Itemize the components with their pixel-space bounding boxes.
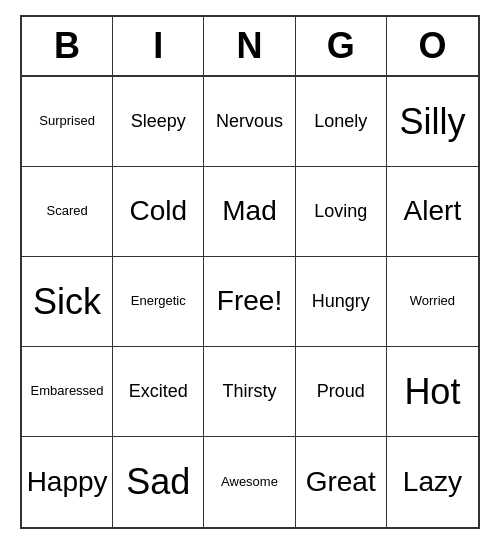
cell-text: Scared	[46, 204, 87, 218]
cell-text: Lonely	[314, 112, 367, 132]
cell-text: Sleepy	[131, 112, 186, 132]
cell-text: Energetic	[131, 294, 186, 308]
bingo-card: BINGO SurprisedSleepyNervousLonelySillyS…	[20, 15, 480, 529]
bingo-cell[interactable]: Thirsty	[204, 347, 295, 437]
bingo-cell[interactable]: Lazy	[387, 437, 478, 527]
bingo-cell[interactable]: Nervous	[204, 77, 295, 167]
cell-text: Hot	[404, 372, 460, 412]
bingo-cell[interactable]: Happy	[22, 437, 113, 527]
cell-text: Free!	[217, 286, 282, 317]
header-letter: B	[22, 17, 113, 75]
cell-text: Lazy	[403, 467, 462, 498]
cell-text: Embaressed	[31, 384, 104, 398]
cell-text: Great	[306, 467, 376, 498]
bingo-cell[interactable]: Cold	[113, 167, 204, 257]
bingo-grid: SurprisedSleepyNervousLonelySillyScaredC…	[22, 77, 478, 527]
cell-text: Silly	[399, 102, 465, 142]
cell-text: Excited	[129, 382, 188, 402]
cell-text: Proud	[317, 382, 365, 402]
bingo-header: BINGO	[22, 17, 478, 77]
cell-text: Thirsty	[222, 382, 276, 402]
bingo-cell[interactable]: Awesome	[204, 437, 295, 527]
cell-text: Happy	[27, 467, 108, 498]
bingo-cell[interactable]: Sick	[22, 257, 113, 347]
cell-text: Worried	[410, 294, 455, 308]
cell-text: Mad	[222, 196, 276, 227]
header-letter: N	[204, 17, 295, 75]
bingo-cell[interactable]: Free!	[204, 257, 295, 347]
bingo-cell[interactable]: Lonely	[296, 77, 387, 167]
bingo-cell[interactable]: Proud	[296, 347, 387, 437]
bingo-cell[interactable]: Excited	[113, 347, 204, 437]
header-letter: G	[296, 17, 387, 75]
bingo-cell[interactable]: Silly	[387, 77, 478, 167]
cell-text: Surprised	[39, 114, 95, 128]
bingo-cell[interactable]: Alert	[387, 167, 478, 257]
bingo-cell[interactable]: Mad	[204, 167, 295, 257]
cell-text: Cold	[129, 196, 187, 227]
header-letter: O	[387, 17, 478, 75]
cell-text: Hungry	[312, 292, 370, 312]
bingo-cell[interactable]: Sleepy	[113, 77, 204, 167]
bingo-cell[interactable]: Scared	[22, 167, 113, 257]
bingo-cell[interactable]: Hot	[387, 347, 478, 437]
cell-text: Sick	[33, 282, 101, 322]
cell-text: Awesome	[221, 475, 278, 489]
bingo-cell[interactable]: Loving	[296, 167, 387, 257]
bingo-cell[interactable]: Sad	[113, 437, 204, 527]
bingo-cell[interactable]: Worried	[387, 257, 478, 347]
header-letter: I	[113, 17, 204, 75]
cell-text: Sad	[126, 462, 190, 502]
cell-text: Loving	[314, 202, 367, 222]
cell-text: Nervous	[216, 112, 283, 132]
cell-text: Alert	[404, 196, 462, 227]
bingo-cell[interactable]: Surprised	[22, 77, 113, 167]
bingo-cell[interactable]: Great	[296, 437, 387, 527]
bingo-cell[interactable]: Embaressed	[22, 347, 113, 437]
bingo-cell[interactable]: Hungry	[296, 257, 387, 347]
bingo-cell[interactable]: Energetic	[113, 257, 204, 347]
